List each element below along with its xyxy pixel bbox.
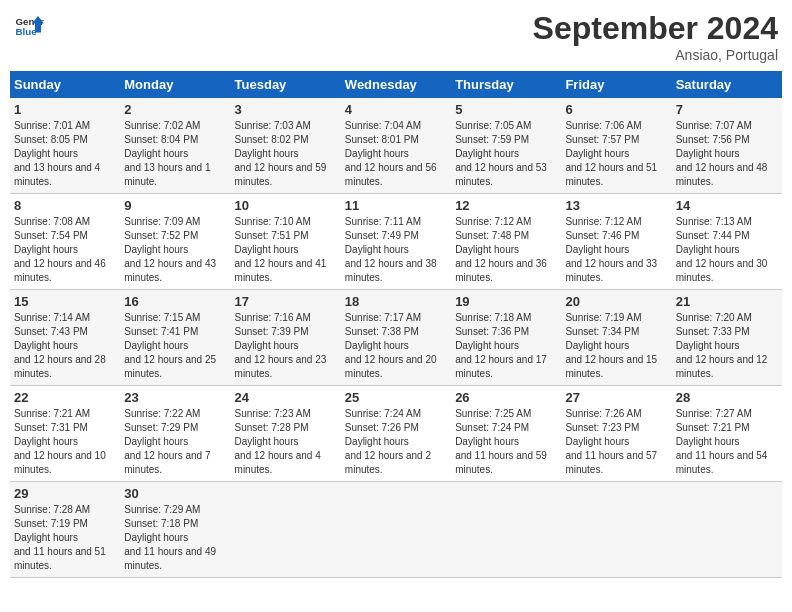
day-info: Sunrise: 7:25 AM Sunset: 7:24 PM Dayligh… <box>455 407 557 477</box>
header-row: Sunday Monday Tuesday Wednesday Thursday… <box>10 71 782 98</box>
day-info: Sunrise: 7:06 AM Sunset: 7:57 PM Dayligh… <box>565 119 667 189</box>
day-info: Sunrise: 7:26 AM Sunset: 7:23 PM Dayligh… <box>565 407 667 477</box>
calendar-cell: 19 Sunrise: 7:18 AM Sunset: 7:36 PM Dayl… <box>451 290 561 386</box>
calendar-cell: 11 Sunrise: 7:11 AM Sunset: 7:49 PM Dayl… <box>341 194 451 290</box>
day-info: Sunrise: 7:18 AM Sunset: 7:36 PM Dayligh… <box>455 311 557 381</box>
day-info: Sunrise: 7:02 AM Sunset: 8:04 PM Dayligh… <box>124 119 226 189</box>
day-number: 15 <box>14 294 116 309</box>
day-info: Sunrise: 7:05 AM Sunset: 7:59 PM Dayligh… <box>455 119 557 189</box>
calendar-cell: 7 Sunrise: 7:07 AM Sunset: 7:56 PM Dayli… <box>672 98 782 194</box>
day-info: Sunrise: 7:03 AM Sunset: 8:02 PM Dayligh… <box>235 119 337 189</box>
day-info: Sunrise: 7:15 AM Sunset: 7:41 PM Dayligh… <box>124 311 226 381</box>
day-info: Sunrise: 7:19 AM Sunset: 7:34 PM Dayligh… <box>565 311 667 381</box>
calendar-cell: 5 Sunrise: 7:05 AM Sunset: 7:59 PM Dayli… <box>451 98 561 194</box>
calendar-cell: 3 Sunrise: 7:03 AM Sunset: 8:02 PM Dayli… <box>231 98 341 194</box>
day-number: 14 <box>676 198 778 213</box>
day-info: Sunrise: 7:10 AM Sunset: 7:51 PM Dayligh… <box>235 215 337 285</box>
day-number: 22 <box>14 390 116 405</box>
day-number: 24 <box>235 390 337 405</box>
calendar-cell: 30 Sunrise: 7:29 AM Sunset: 7:18 PM Dayl… <box>120 482 230 578</box>
location: Ansiao, Portugal <box>533 47 778 63</box>
calendar-cell: 28 Sunrise: 7:27 AM Sunset: 7:21 PM Dayl… <box>672 386 782 482</box>
calendar-cell <box>561 482 671 578</box>
calendar-cell <box>231 482 341 578</box>
day-number: 11 <box>345 198 447 213</box>
day-info: Sunrise: 7:22 AM Sunset: 7:29 PM Dayligh… <box>124 407 226 477</box>
day-number: 10 <box>235 198 337 213</box>
day-info: Sunrise: 7:08 AM Sunset: 7:54 PM Dayligh… <box>14 215 116 285</box>
calendar-cell: 24 Sunrise: 7:23 AM Sunset: 7:28 PM Dayl… <box>231 386 341 482</box>
calendar-header: Sunday Monday Tuesday Wednesday Thursday… <box>10 71 782 98</box>
calendar-cell: 12 Sunrise: 7:12 AM Sunset: 7:48 PM Dayl… <box>451 194 561 290</box>
calendar-row: 8 Sunrise: 7:08 AM Sunset: 7:54 PM Dayli… <box>10 194 782 290</box>
calendar-cell: 22 Sunrise: 7:21 AM Sunset: 7:31 PM Dayl… <box>10 386 120 482</box>
calendar-cell: 6 Sunrise: 7:06 AM Sunset: 7:57 PM Dayli… <box>561 98 671 194</box>
month-title: September 2024 <box>533 10 778 47</box>
calendar-cell: 16 Sunrise: 7:15 AM Sunset: 7:41 PM Dayl… <box>120 290 230 386</box>
calendar-cell <box>341 482 451 578</box>
day-number: 25 <box>345 390 447 405</box>
calendar-cell: 26 Sunrise: 7:25 AM Sunset: 7:24 PM Dayl… <box>451 386 561 482</box>
calendar-cell: 17 Sunrise: 7:16 AM Sunset: 7:39 PM Dayl… <box>231 290 341 386</box>
col-thursday: Thursday <box>451 71 561 98</box>
title-block: September 2024 Ansiao, Portugal <box>533 10 778 63</box>
day-info: Sunrise: 7:12 AM Sunset: 7:46 PM Dayligh… <box>565 215 667 285</box>
day-info: Sunrise: 7:27 AM Sunset: 7:21 PM Dayligh… <box>676 407 778 477</box>
col-tuesday: Tuesday <box>231 71 341 98</box>
day-number: 30 <box>124 486 226 501</box>
day-number: 3 <box>235 102 337 117</box>
day-info: Sunrise: 7:20 AM Sunset: 7:33 PM Dayligh… <box>676 311 778 381</box>
day-info: Sunrise: 7:01 AM Sunset: 8:05 PM Dayligh… <box>14 119 116 189</box>
calendar-cell: 23 Sunrise: 7:22 AM Sunset: 7:29 PM Dayl… <box>120 386 230 482</box>
day-info: Sunrise: 7:23 AM Sunset: 7:28 PM Dayligh… <box>235 407 337 477</box>
day-number: 17 <box>235 294 337 309</box>
col-friday: Friday <box>561 71 671 98</box>
day-number: 29 <box>14 486 116 501</box>
day-number: 20 <box>565 294 667 309</box>
day-number: 2 <box>124 102 226 117</box>
calendar-cell: 2 Sunrise: 7:02 AM Sunset: 8:04 PM Dayli… <box>120 98 230 194</box>
page-header: General Blue September 2024 Ansiao, Port… <box>10 10 782 63</box>
calendar-cell: 27 Sunrise: 7:26 AM Sunset: 7:23 PM Dayl… <box>561 386 671 482</box>
day-number: 28 <box>676 390 778 405</box>
calendar-row: 15 Sunrise: 7:14 AM Sunset: 7:43 PM Dayl… <box>10 290 782 386</box>
calendar-cell: 14 Sunrise: 7:13 AM Sunset: 7:44 PM Dayl… <box>672 194 782 290</box>
day-number: 21 <box>676 294 778 309</box>
day-info: Sunrise: 7:14 AM Sunset: 7:43 PM Dayligh… <box>14 311 116 381</box>
calendar-cell: 10 Sunrise: 7:10 AM Sunset: 7:51 PM Dayl… <box>231 194 341 290</box>
day-info: Sunrise: 7:07 AM Sunset: 7:56 PM Dayligh… <box>676 119 778 189</box>
calendar-cell: 15 Sunrise: 7:14 AM Sunset: 7:43 PM Dayl… <box>10 290 120 386</box>
day-info: Sunrise: 7:29 AM Sunset: 7:18 PM Dayligh… <box>124 503 226 573</box>
col-wednesday: Wednesday <box>341 71 451 98</box>
day-info: Sunrise: 7:13 AM Sunset: 7:44 PM Dayligh… <box>676 215 778 285</box>
day-number: 16 <box>124 294 226 309</box>
day-number: 6 <box>565 102 667 117</box>
calendar-cell: 29 Sunrise: 7:28 AM Sunset: 7:19 PM Dayl… <box>10 482 120 578</box>
day-info: Sunrise: 7:11 AM Sunset: 7:49 PM Dayligh… <box>345 215 447 285</box>
day-number: 18 <box>345 294 447 309</box>
day-info: Sunrise: 7:09 AM Sunset: 7:52 PM Dayligh… <box>124 215 226 285</box>
calendar-row: 22 Sunrise: 7:21 AM Sunset: 7:31 PM Dayl… <box>10 386 782 482</box>
day-info: Sunrise: 7:28 AM Sunset: 7:19 PM Dayligh… <box>14 503 116 573</box>
day-number: 9 <box>124 198 226 213</box>
day-info: Sunrise: 7:21 AM Sunset: 7:31 PM Dayligh… <box>14 407 116 477</box>
calendar-row: 29 Sunrise: 7:28 AM Sunset: 7:19 PM Dayl… <box>10 482 782 578</box>
logo-icon: General Blue <box>14 10 44 40</box>
calendar-cell: 8 Sunrise: 7:08 AM Sunset: 7:54 PM Dayli… <box>10 194 120 290</box>
day-number: 13 <box>565 198 667 213</box>
day-info: Sunrise: 7:24 AM Sunset: 7:26 PM Dayligh… <box>345 407 447 477</box>
day-number: 5 <box>455 102 557 117</box>
calendar-cell: 20 Sunrise: 7:19 AM Sunset: 7:34 PM Dayl… <box>561 290 671 386</box>
col-sunday: Sunday <box>10 71 120 98</box>
logo: General Blue <box>14 10 44 40</box>
calendar-row: 1 Sunrise: 7:01 AM Sunset: 8:05 PM Dayli… <box>10 98 782 194</box>
day-info: Sunrise: 7:17 AM Sunset: 7:38 PM Dayligh… <box>345 311 447 381</box>
day-info: Sunrise: 7:04 AM Sunset: 8:01 PM Dayligh… <box>345 119 447 189</box>
calendar-cell: 21 Sunrise: 7:20 AM Sunset: 7:33 PM Dayl… <box>672 290 782 386</box>
calendar-table: Sunday Monday Tuesday Wednesday Thursday… <box>10 71 782 578</box>
col-saturday: Saturday <box>672 71 782 98</box>
calendar-cell: 1 Sunrise: 7:01 AM Sunset: 8:05 PM Dayli… <box>10 98 120 194</box>
day-info: Sunrise: 7:16 AM Sunset: 7:39 PM Dayligh… <box>235 311 337 381</box>
day-number: 7 <box>676 102 778 117</box>
day-number: 4 <box>345 102 447 117</box>
